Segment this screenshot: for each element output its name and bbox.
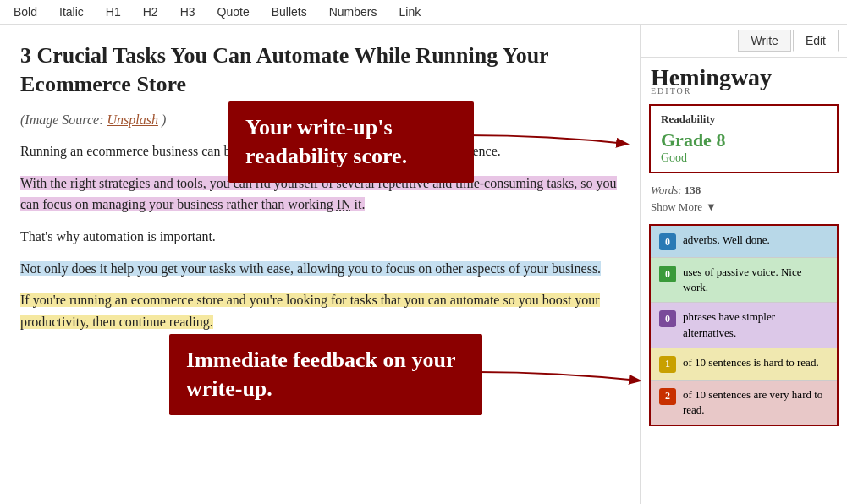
words-count: 138 xyxy=(685,184,701,196)
toolbar: Bold Italic H1 H2 H3 Quote Bullets Numbe… xyxy=(0,0,847,25)
h1-button[interactable]: H1 xyxy=(102,3,124,20)
quote-button[interactable]: Quote xyxy=(214,3,253,20)
feedback-panel: 0 adverbs. Well done. 0 uses of passive … xyxy=(649,224,839,426)
readability-grade: Grade 8 xyxy=(661,129,827,151)
link-button[interactable]: Link xyxy=(396,3,425,20)
image-source-suffix: ) xyxy=(162,112,166,127)
very-hard-text: of 10 sentences are very hard to read. xyxy=(683,387,828,418)
passive-text: uses of passive voice. Nice work. xyxy=(683,265,828,295)
very-hard-badge: 2 xyxy=(659,388,676,405)
edit-tab[interactable]: Edit xyxy=(793,30,839,52)
readability-label: Readability xyxy=(661,112,827,126)
h3-button[interactable]: H3 xyxy=(177,3,199,20)
show-more-button[interactable]: Show More ▼ xyxy=(641,199,847,221)
feedback-item-adverbs: 0 adverbs. Well done. xyxy=(651,226,837,257)
sidebar: Write Edit Hemingway Editor Readability … xyxy=(640,25,847,504)
simpler-badge: 0 xyxy=(659,310,676,327)
editor-area[interactable]: 3 Crucial Tasks You Can Automate While R… xyxy=(0,25,640,504)
in-word: IN xyxy=(337,197,351,211)
paragraph-4: Not only does it help you get your tasks… xyxy=(20,258,619,280)
hard-text: of 10 sentences is hard to read. xyxy=(683,355,819,370)
paragraph-2: With the right strategies and tools, you… xyxy=(20,173,619,216)
bullets-button[interactable]: Bullets xyxy=(268,3,311,20)
feedback-item-passive: 0 uses of passive voice. Nice work. xyxy=(651,258,837,302)
adverbs-badge: 0 xyxy=(659,233,676,250)
show-more-label: Show More xyxy=(651,200,702,214)
paragraph-1: Running an ecommerce business can be bot… xyxy=(20,140,619,162)
feedback-item-hard: 1 of 10 sentences is hard to read. xyxy=(651,348,837,380)
h2-button[interactable]: H2 xyxy=(140,3,162,20)
main-layout: 3 Crucial Tasks You Can Automate While R… xyxy=(0,25,847,504)
adverbs-text: adverbs. Well done. xyxy=(683,233,770,248)
numbers-button[interactable]: Numbers xyxy=(326,3,381,20)
sidebar-header: Write Edit xyxy=(641,25,847,58)
feedback-item-very-hard: 2 of 10 sentences are very hard to read. xyxy=(651,381,837,425)
image-source-line: (Image Source: Unsplash ) xyxy=(20,109,619,131)
hemingway-logo: Hemingway Editor xyxy=(641,58,847,99)
chevron-down-icon: ▼ xyxy=(706,200,717,214)
readability-quality: Good xyxy=(661,151,827,165)
feedback-item-simpler: 0 phrases have simpler alternatives. xyxy=(651,303,837,347)
passive-badge: 0 xyxy=(659,266,676,282)
write-tab[interactable]: Write xyxy=(738,30,790,52)
highlight-yellow-text: If you're running an ecommerce store and… xyxy=(20,293,600,329)
readability-box: Readability Grade 8 Good xyxy=(649,104,839,173)
article-title: 3 Crucial Tasks You Can Automate While R… xyxy=(20,41,619,99)
italic-button[interactable]: Italic xyxy=(56,3,87,20)
highlight-blue-text: Not only does it help you get your tasks… xyxy=(20,261,601,276)
hard-badge: 1 xyxy=(659,356,676,373)
image-source-link[interactable]: Unsplash xyxy=(107,112,157,127)
bold-button[interactable]: Bold xyxy=(10,3,41,20)
paragraph-5: If you're running an ecommerce store and… xyxy=(20,289,619,332)
image-source-prefix: (Image Source: xyxy=(20,112,103,127)
simpler-text: phrases have simpler alternatives. xyxy=(683,310,828,340)
paragraph-3: That's why automation is important. xyxy=(20,226,619,248)
highlight-purple-text: With the right strategies and tools, you… xyxy=(20,176,617,212)
words-label: Words: xyxy=(651,184,682,196)
words-line: Words: 138 xyxy=(641,178,847,199)
